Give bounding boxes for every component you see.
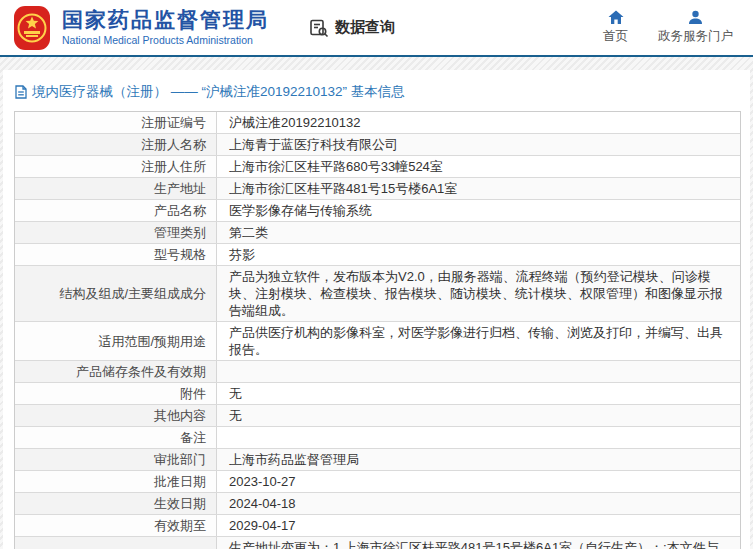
national-emblem-logo [14, 6, 50, 50]
table-row: 审批部门上海市药品监督管理局 [15, 449, 740, 471]
row-label: 变更情况 [15, 537, 217, 549]
header-nav: 首页 政务服务门户 [603, 10, 739, 45]
detail-card: 境内医疗器械（注册） —— “沪械注准20192210132” 基本信息 注册证… [3, 70, 750, 549]
row-value [217, 361, 740, 382]
row-label: 备注 [15, 427, 217, 448]
row-label: 审批部门 [15, 449, 217, 470]
nav-item-gov-portal[interactable]: 政务服务门户 [658, 10, 733, 45]
agency-brand: 国家药品监督管理局 National Medical Products Admi… [62, 8, 269, 47]
row-value: 第二类 [217, 222, 740, 243]
home-icon [608, 10, 624, 25]
row-value: 生产地址变更为：1.上海市徐汇区桂平路481号15号楼6A1室（自行生产）；;本… [217, 537, 740, 549]
row-label: 结构及组成/主要组成成分 [15, 266, 217, 321]
nav-item-home-label: 首页 [603, 28, 628, 45]
table-row: 备注 [15, 427, 740, 449]
row-label: 有效期至 [15, 515, 217, 536]
row-value: 上海市徐汇区桂平路481号15号楼6A1室 [217, 178, 740, 199]
data-query-label: 数据查询 [335, 18, 395, 37]
row-label: 适用范围/预期用途 [15, 322, 217, 360]
row-value: 2023-10-27 [217, 471, 740, 492]
table-row: 产品储存条件及有效期 [15, 361, 740, 383]
table-row: 生产地址上海市徐汇区桂平路481号15号楼6A1室 [15, 178, 740, 200]
row-value: 无 [217, 383, 740, 404]
table-row: 其他内容无 [15, 405, 740, 427]
document-search-icon [309, 18, 329, 38]
table-row: 注册人名称上海青于蓝医疗科技有限公司 [15, 134, 740, 156]
row-value: 医学影像存储与传输系统 [217, 200, 740, 221]
row-value: 上海市药品监督管理局 [217, 449, 740, 470]
table-row: 型号规格芬影 [15, 244, 740, 266]
row-label: 管理类别 [15, 222, 217, 243]
agency-name-cn: 国家药品监督管理局 [62, 8, 269, 32]
page-title-text: 境内医疗器械（注册） —— “沪械注准20192210132” 基本信息 [32, 83, 405, 101]
row-label: 其他内容 [15, 405, 217, 426]
person-icon [688, 10, 703, 25]
table-row: 注册证编号沪械注准20192210132 [15, 112, 740, 134]
table-row: 注册人住所上海市徐汇区桂平路680号33幢524室 [15, 156, 740, 178]
data-query-button[interactable]: 数据查询 [309, 18, 395, 38]
table-row: 批准日期2023-10-27 [15, 471, 740, 493]
table-row: 生效日期2024-04-18 [15, 493, 740, 515]
page-title: 境内医疗器械（注册） —— “沪械注准20192210132” 基本信息 [15, 83, 741, 101]
table-row: 有效期至2029-04-17 [15, 515, 740, 537]
row-label: 生产地址 [15, 178, 217, 199]
row-value: 芬影 [217, 244, 740, 265]
table-row: 变更情况生产地址变更为：1.上海市徐汇区桂平路481号15号楼6A1室（自行生产… [15, 537, 740, 549]
row-label: 生效日期 [15, 493, 217, 514]
table-row: 附件无 [15, 383, 740, 405]
agency-name-en: National Medical Products Administration [62, 34, 269, 47]
row-label: 注册人名称 [15, 134, 217, 155]
row-value: 上海青于蓝医疗科技有限公司 [217, 134, 740, 155]
row-label: 批准日期 [15, 471, 217, 492]
row-label: 注册证编号 [15, 112, 217, 133]
table-row: 适用范围/预期用途产品供医疗机构的影像科室，对医学影像进行归档、传输、浏览及打印… [15, 322, 740, 361]
row-value: 无 [217, 405, 740, 426]
row-value [217, 427, 740, 448]
registration-detail-table: 注册证编号沪械注准20192210132 注册人名称上海青于蓝医疗科技有限公司 … [14, 111, 741, 549]
row-value: 2024-04-18 [217, 493, 740, 514]
table-row: 结构及组成/主要组成成分产品为独立软件，发布版本为V2.0，由服务器端、流程终端… [15, 266, 740, 322]
nav-item-gov-portal-label: 政务服务门户 [658, 28, 733, 45]
site-header: 国家药品监督管理局 National Medical Products Admi… [0, 0, 753, 57]
nav-item-home[interactable]: 首页 [603, 10, 628, 45]
row-label: 附件 [15, 383, 217, 404]
row-value: 产品为独立软件，发布版本为V2.0，由服务器端、流程终端（预约登记模块、问诊模块… [217, 266, 740, 321]
table-row: 管理类别第二类 [15, 222, 740, 244]
row-label: 产品储存条件及有效期 [15, 361, 217, 382]
table-row: 产品名称医学影像存储与传输系统 [15, 200, 740, 222]
row-label: 产品名称 [15, 200, 217, 221]
row-value: 产品供医疗机构的影像科室，对医学影像进行归档、传输、浏览及打印，并编写、出具报告… [217, 322, 740, 360]
row-value: 沪械注准20192210132 [217, 112, 740, 133]
row-value: 2029-04-17 [217, 515, 740, 536]
row-label: 注册人住所 [15, 156, 217, 177]
row-value: 上海市徐汇区桂平路680号33幢524室 [217, 156, 740, 177]
document-icon [15, 85, 27, 99]
row-label: 型号规格 [15, 244, 217, 265]
